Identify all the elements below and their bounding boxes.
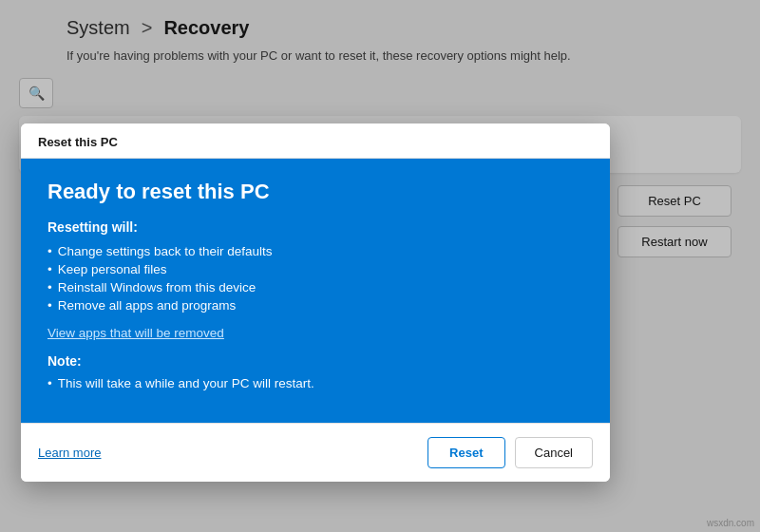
note-bullet-list: This will take a while and your PC will … xyxy=(48,374,583,392)
modal-footer: Learn more Reset Cancel xyxy=(21,423,610,482)
reset-button[interactable]: Reset xyxy=(428,437,504,468)
view-apps-link[interactable]: View apps that will be removed xyxy=(48,326,224,340)
modal-title: Reset this PC xyxy=(38,135,118,149)
cancel-button[interactable]: Cancel xyxy=(515,437,593,468)
note-bullet-item: This will take a while and your PC will … xyxy=(48,374,583,392)
note-label: Note: xyxy=(48,353,583,369)
modal-blue-section: Ready to reset this PC Resetting will: C… xyxy=(21,159,610,423)
reset-pc-modal: Reset this PC Ready to reset this PC Res… xyxy=(21,124,610,482)
learn-more-link[interactable]: Learn more xyxy=(38,446,101,460)
bullet-item-4: Remove all apps and programs xyxy=(48,296,583,314)
reset-bullet-list: Change settings back to their defaults K… xyxy=(48,242,583,314)
modal-title-bar: Reset this PC xyxy=(21,124,610,159)
bullet-item-3: Reinstall Windows from this device xyxy=(48,278,583,296)
modal-heading: Ready to reset this PC xyxy=(48,180,583,204)
resetting-will-label: Resetting will: xyxy=(48,219,583,235)
bullet-item-1: Change settings back to their defaults xyxy=(48,242,583,260)
footer-buttons: Reset Cancel xyxy=(428,437,593,468)
bullet-item-2: Keep personal files xyxy=(48,260,583,278)
